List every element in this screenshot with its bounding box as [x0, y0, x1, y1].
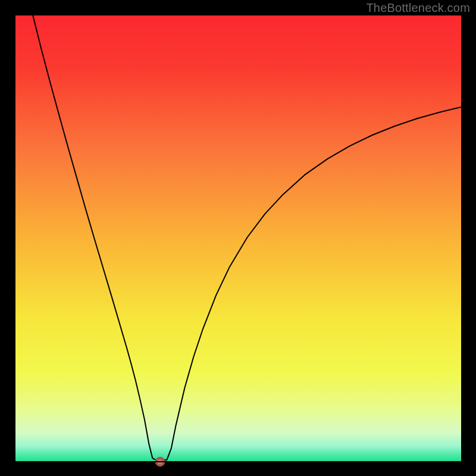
- bottleneck-chart: [0, 0, 476, 476]
- plot-background: [15, 15, 462, 462]
- watermark-text: TheBottleneck.com: [366, 1, 470, 15]
- chart-stage: TheBottleneck.com: [0, 0, 476, 476]
